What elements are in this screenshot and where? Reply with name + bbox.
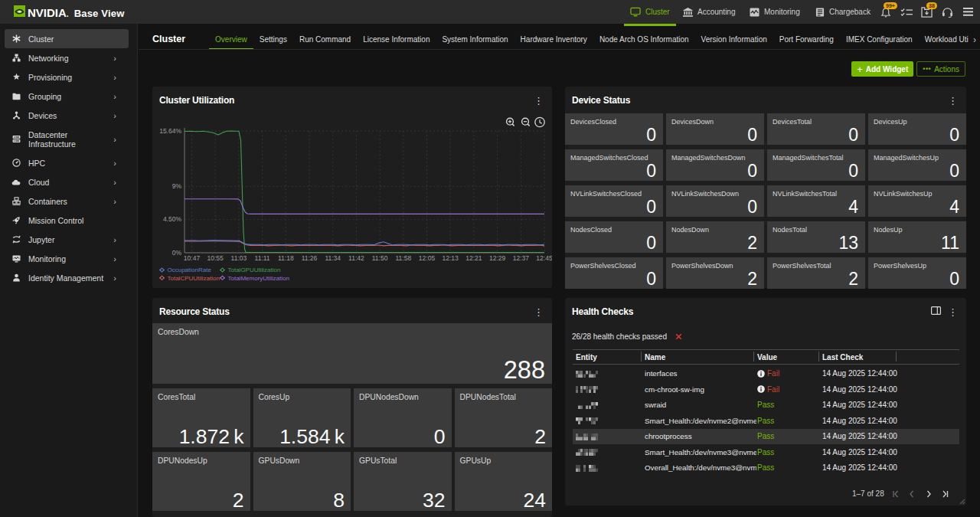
svg-text:11:50: 11:50 [372, 254, 388, 262]
svg-text:11:11: 11:11 [255, 254, 270, 262]
svg-text:0%: 0% [172, 249, 182, 257]
svg-text:10:55: 10:55 [207, 254, 224, 262]
svg-text:11:03: 11:03 [231, 254, 247, 262]
svg-text:11:34: 11:34 [325, 254, 341, 262]
svg-text:9%: 9% [172, 182, 182, 190]
svg-text:TotalCPUUtilization: TotalCPUUtilization [168, 275, 220, 282]
svg-text:OccupationRate: OccupationRate [168, 267, 212, 273]
svg-text:11:26: 11:26 [302, 254, 318, 262]
svg-text:11:18: 11:18 [278, 254, 294, 262]
svg-text:12:21: 12:21 [466, 254, 482, 262]
svg-text:12:29: 12:29 [489, 254, 506, 262]
svg-text:11:42: 11:42 [348, 254, 364, 262]
svg-text:10:47: 10:47 [184, 254, 201, 262]
svg-text:12:45: 12:45 [536, 254, 552, 262]
svg-text:15.64%: 15.64% [159, 127, 181, 135]
svg-text:11:58: 11:58 [395, 254, 411, 262]
svg-text:TotalMemoryUtilization: TotalMemoryUtilization [228, 275, 289, 282]
svg-text:4.50%: 4.50% [163, 215, 182, 223]
svg-text:12:13: 12:13 [443, 254, 459, 262]
svg-text:12:05: 12:05 [419, 254, 436, 262]
svg-text:TotalGPUUtilization: TotalGPUUtilization [228, 267, 281, 273]
svg-text:12:37: 12:37 [513, 254, 530, 262]
